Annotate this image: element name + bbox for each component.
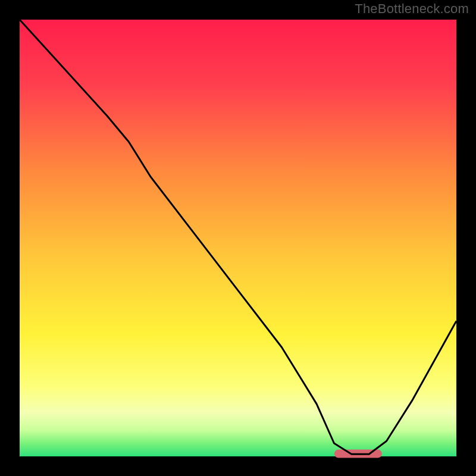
bottleneck-chart	[0, 0, 476, 476]
chart-frame: TheBottleneck.com	[0, 0, 476, 476]
gradient-background	[20, 20, 456, 456]
